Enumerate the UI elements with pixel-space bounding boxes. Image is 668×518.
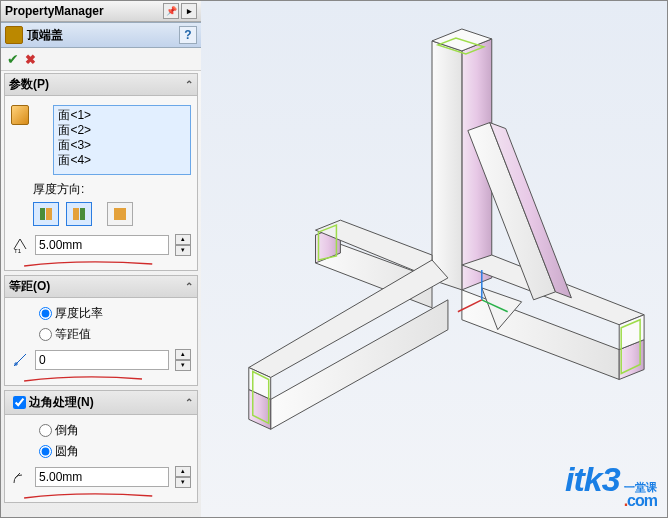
corner-enable-checkbox[interactable] (13, 396, 26, 409)
face-selection-list[interactable]: 面<1> 面<2> 面<3> 面<4> (53, 105, 191, 175)
corner-spinner[interactable]: ▴▾ (175, 466, 191, 488)
collapse-icon[interactable]: ⌃ (185, 281, 193, 292)
list-item[interactable]: 面<3> (58, 138, 186, 153)
svg-rect-1 (46, 208, 52, 220)
list-item[interactable]: 面<2> (58, 123, 186, 138)
svg-marker-7 (432, 41, 462, 290)
corner-fillet-label: 圆角 (55, 443, 79, 460)
thickness-direction-label: 厚度方向: (33, 181, 191, 198)
svg-rect-4 (114, 208, 126, 220)
offset-spinner[interactable]: ▴▾ (175, 349, 191, 371)
logo-brand: itk3 (565, 460, 620, 499)
direction-inward-button[interactable] (66, 202, 92, 226)
svg-text:T1: T1 (14, 248, 22, 253)
section-parameters: 参数(P) ⌃ 面<1> 面<2> 面<3> 面<4> 厚度方向: (4, 73, 198, 271)
direction-both-button[interactable] (107, 202, 133, 226)
offset-value-option[interactable]: 等距值 (39, 324, 191, 345)
model-view[interactable] (201, 1, 667, 517)
section-corner: 边角处理(N) ⌃ 倒角 圆角 ▴▾ (4, 390, 198, 503)
section-offset-label: 等距(O) (9, 278, 50, 295)
offset-input[interactable] (35, 350, 169, 370)
svg-rect-2 (73, 208, 79, 220)
offset-ratio-option[interactable]: 厚度比率 (39, 303, 191, 324)
section-corner-header[interactable]: 边角处理(N) ⌃ (5, 391, 197, 415)
corner-fillet-option[interactable]: 圆角 (39, 441, 191, 462)
offset-value-label: 等距值 (55, 326, 91, 343)
thickness-input[interactable] (35, 235, 169, 255)
watermark-logo: itk3 一堂课 .com (565, 460, 657, 509)
offset-ratio-label: 厚度比率 (55, 305, 103, 322)
direction-outward-button[interactable] (33, 202, 59, 226)
thickness-icon: T1 (11, 236, 29, 254)
ok-button[interactable]: ✔ (7, 51, 19, 67)
offset-ratio-radio[interactable] (39, 307, 52, 320)
feature-title-bar: 顶端盖 ? (1, 22, 201, 48)
corner-chamfer-radio[interactable] (39, 424, 52, 437)
section-parameters-header[interactable]: 参数(P) ⌃ (5, 74, 197, 96)
thickness-spinner[interactable]: ▴▾ (175, 234, 191, 256)
collapse-icon[interactable]: ⌃ (185, 79, 193, 90)
graphics-viewport[interactable]: itk3 一堂课 .com (201, 1, 667, 517)
confirm-row: ✔ ✖ (1, 48, 201, 71)
help-button[interactable]: ? (179, 26, 197, 44)
list-item[interactable]: 面<4> (58, 153, 186, 168)
property-manager-panel: PropertyManager 📌 ▸ 顶端盖 ? ✔ ✖ 参数(P) ⌃ 面<… (1, 1, 202, 517)
svg-rect-3 (80, 208, 85, 220)
corner-fillet-radio[interactable] (39, 445, 52, 458)
corner-chamfer-option[interactable]: 倒角 (39, 420, 191, 441)
section-parameters-label: 参数(P) (9, 76, 49, 93)
face-selection-icon (11, 105, 29, 125)
section-corner-label: 边角处理(N) (29, 395, 94, 409)
offset-icon (11, 351, 29, 369)
corner-chamfer-label: 倒角 (55, 422, 79, 439)
pin-icon[interactable]: 📌 (163, 3, 179, 19)
cancel-button[interactable]: ✖ (25, 52, 36, 67)
offset-value-radio[interactable] (39, 328, 52, 341)
section-offset-header[interactable]: 等距(O) ⌃ (5, 276, 197, 298)
section-offset: 等距(O) ⌃ 厚度比率 等距值 ▴▾ (4, 275, 198, 386)
panel-menu-icon[interactable]: ▸ (181, 3, 197, 19)
panel-titlebar: PropertyManager 📌 ▸ (1, 1, 201, 22)
feature-name: 顶端盖 (27, 27, 179, 44)
endcap-feature-icon (5, 26, 23, 44)
corner-radius-icon (11, 468, 29, 486)
annotation-underline (19, 260, 183, 265)
section-corner-checkbox-wrap: 边角处理(N) (9, 393, 94, 412)
collapse-icon[interactable]: ⌃ (185, 397, 193, 408)
panel-title: PropertyManager (5, 4, 104, 18)
annotation-underline (19, 375, 183, 380)
list-item[interactable]: 面<1> (58, 108, 186, 123)
svg-rect-0 (40, 208, 45, 220)
annotation-underline (19, 492, 183, 497)
corner-value-input[interactable] (35, 467, 169, 487)
